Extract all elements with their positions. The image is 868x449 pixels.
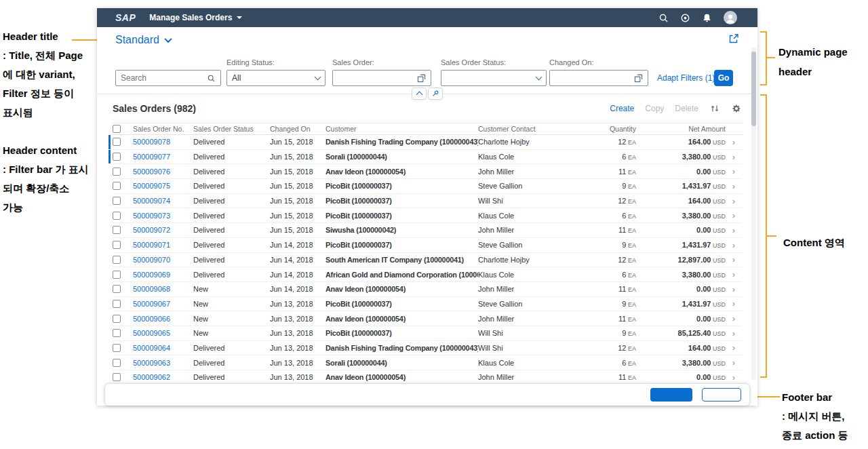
row-navigation-chevron-icon[interactable]: › <box>726 153 742 161</box>
row-navigation-chevron-icon[interactable]: › <box>726 270 742 279</box>
row-checkbox[interactable] <box>113 285 121 293</box>
search-input[interactable] <box>121 73 207 83</box>
row-navigation-chevron-icon[interactable]: › <box>726 226 742 235</box>
row-navigation-chevron-icon[interactable]: › <box>726 138 742 147</box>
table-row[interactable]: 500009069DeliveredJun 14, 2018African Go… <box>113 267 742 282</box>
changed-on-input[interactable] <box>549 70 648 86</box>
table-row[interactable]: 500009068NewJun 14, 2018Anav Ideon (1000… <box>113 282 742 297</box>
table-row[interactable]: 500009064DeliveredJun 13, 2018Danish Fis… <box>113 341 742 356</box>
row-navigation-chevron-icon[interactable]: › <box>726 329 742 338</box>
delete-button[interactable]: Delete <box>675 104 698 113</box>
pin-header-button[interactable] <box>428 87 443 100</box>
column-header-quantity[interactable]: Quantity <box>576 125 637 133</box>
value-help-icon[interactable] <box>634 74 643 83</box>
table-row[interactable]: 500009071DeliveredJun 14, 2018PicoBit (1… <box>113 238 742 253</box>
table-row[interactable]: 500009066NewJun 13, 2018Anav Ideon (1000… <box>113 311 742 326</box>
sales-order-input[interactable] <box>332 70 431 86</box>
copilot-icon[interactable] <box>680 13 690 23</box>
row-navigation-chevron-icon[interactable]: › <box>726 285 742 294</box>
table-row[interactable]: 500009070DeliveredJun 14, 2018South Amer… <box>113 253 742 268</box>
column-header-sales-order-no[interactable]: Sales Order No. <box>133 125 193 133</box>
row-checkbox[interactable] <box>113 153 121 161</box>
sales-order-link[interactable]: 500009078 <box>133 138 170 146</box>
table-row[interactable]: 500009067NewJun 13, 2018PicoBit (1000000… <box>113 297 742 312</box>
table-row[interactable]: 500009063DeliveredJun 13, 2018Sorali (10… <box>113 355 742 370</box>
sales-order-link[interactable]: 500009064 <box>133 344 170 352</box>
table-row[interactable]: 500009077DeliveredJun 15, 2018Sorali (10… <box>113 150 742 165</box>
editing-status-select[interactable]: All <box>226 70 326 86</box>
footer-secondary-button[interactable] <box>702 388 741 402</box>
row-checkbox[interactable] <box>113 168 121 176</box>
row-navigation-chevron-icon[interactable]: › <box>726 358 742 367</box>
sales-order-link[interactable]: 500009075 <box>133 182 170 190</box>
create-button[interactable]: Create <box>610 104 634 113</box>
sales-order-link[interactable]: 500009063 <box>133 359 170 367</box>
table-row[interactable]: 500009078DeliveredJun 15, 2018Danish Fis… <box>113 135 742 150</box>
footer-primary-button[interactable] <box>650 388 692 402</box>
scrollbar-thumb[interactable] <box>751 52 756 126</box>
table-row[interactable]: 500009074DeliveredJun 15, 2018PicoBit (1… <box>113 194 742 209</box>
copy-button[interactable]: Copy <box>645 104 664 113</box>
row-checkbox[interactable] <box>113 329 121 337</box>
sales-order-link[interactable]: 500009071 <box>133 241 170 249</box>
row-checkbox[interactable] <box>113 182 121 190</box>
search-icon[interactable] <box>658 13 669 23</box>
row-navigation-chevron-icon[interactable]: › <box>726 373 742 382</box>
row-checkbox[interactable] <box>113 226 121 234</box>
row-checkbox[interactable] <box>113 138 121 146</box>
table-row[interactable]: 500009076DeliveredJun 15, 2018Anav Ideon… <box>113 164 742 179</box>
sales-order-link[interactable]: 500009074 <box>133 197 170 205</box>
variant-selector[interactable]: Standard <box>115 34 171 46</box>
row-navigation-chevron-icon[interactable]: › <box>726 241 742 250</box>
sales-order-status-select[interactable] <box>441 70 547 86</box>
column-header-net-amount[interactable]: Net Amount <box>637 125 726 133</box>
row-checkbox[interactable] <box>113 344 121 352</box>
row-checkbox[interactable] <box>113 300 121 308</box>
table-row[interactable]: 500009065NewJun 13, 2018PicoBit (1000000… <box>113 326 742 341</box>
sales-order-link[interactable]: 500009062 <box>133 373 170 381</box>
row-checkbox[interactable] <box>113 359 121 367</box>
search-field[interactable] <box>115 70 221 86</box>
table-row[interactable]: 500009072DeliveredJun 15, 2018Siwusha (1… <box>113 223 742 238</box>
row-navigation-chevron-icon[interactable]: › <box>726 197 742 206</box>
row-checkbox[interactable] <box>113 197 121 205</box>
row-checkbox[interactable] <box>113 315 121 323</box>
sales-order-link[interactable]: 500009068 <box>133 285 170 293</box>
row-checkbox[interactable] <box>113 241 121 249</box>
row-navigation-chevron-icon[interactable]: › <box>726 343 742 352</box>
sales-order-link[interactable]: 500009077 <box>133 153 170 161</box>
value-help-icon[interactable] <box>417 74 426 83</box>
table-row[interactable]: 500009062DeliveredJun 13, 2018Anav Ideon… <box>113 370 742 385</box>
column-header-customer-contact[interactable]: Customer Contact <box>478 125 576 133</box>
app-title-menu[interactable]: Manage Sales Orders <box>149 13 242 22</box>
row-navigation-chevron-icon[interactable]: › <box>726 255 742 264</box>
sales-order-link[interactable]: 500009072 <box>133 226 170 234</box>
sales-order-link[interactable]: 500009076 <box>133 168 170 176</box>
vertical-scrollbar[interactable] <box>751 47 756 380</box>
collapse-header-button[interactable] <box>412 87 427 100</box>
table-row[interactable]: 500009073DeliveredJun 15, 2018PicoBit (1… <box>113 208 742 223</box>
column-header-changed-on[interactable]: Changed On <box>270 125 326 133</box>
settings-button[interactable] <box>731 103 742 114</box>
table-row[interactable]: 500009075DeliveredJun 15, 2018PicoBit (1… <box>113 179 742 194</box>
sales-order-link[interactable]: 500009070 <box>133 256 170 264</box>
select-all-checkbox[interactable] <box>113 125 121 133</box>
row-checkbox[interactable] <box>113 256 121 264</box>
sales-order-link[interactable]: 500009069 <box>133 271 170 279</box>
row-checkbox[interactable] <box>113 271 121 279</box>
adapt-filters-link[interactable]: Adapt Filters (1) <box>657 73 715 83</box>
column-header-customer[interactable]: Customer <box>326 125 478 133</box>
sales-order-link[interactable]: 500009073 <box>133 212 170 220</box>
share-icon[interactable] <box>728 33 739 44</box>
row-checkbox[interactable] <box>113 212 121 220</box>
sort-button[interactable] <box>709 103 720 114</box>
row-navigation-chevron-icon[interactable]: › <box>726 182 742 191</box>
row-navigation-chevron-icon[interactable]: › <box>726 211 742 220</box>
row-checkbox[interactable] <box>113 373 121 381</box>
sales-order-link[interactable]: 500009065 <box>133 329 170 337</box>
row-navigation-chevron-icon[interactable]: › <box>726 314 742 323</box>
user-avatar[interactable] <box>724 11 737 24</box>
go-button[interactable]: Go <box>714 70 733 86</box>
row-navigation-chevron-icon[interactable]: › <box>726 167 742 176</box>
sales-order-link[interactable]: 500009066 <box>133 315 170 323</box>
